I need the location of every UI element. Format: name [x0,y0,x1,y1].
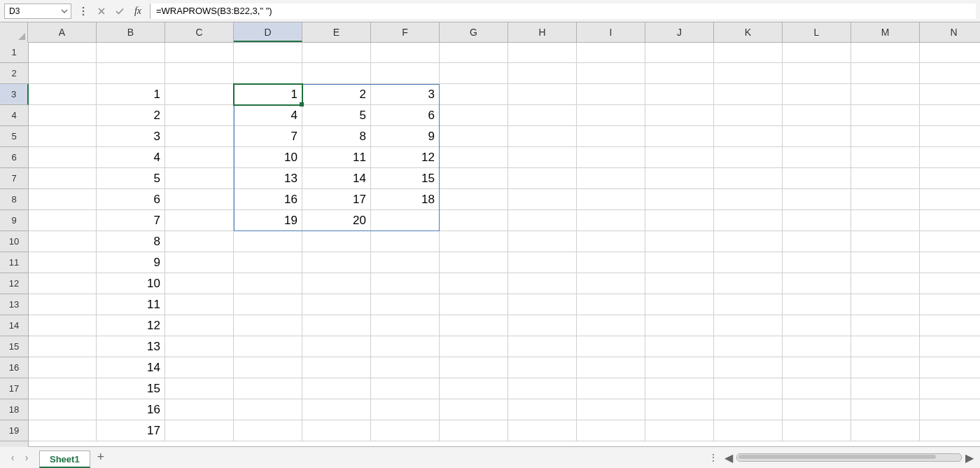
cell-J1[interactable] [645,42,714,63]
cell-L9[interactable] [783,210,851,231]
cell-N6[interactable] [920,147,980,168]
cell-C19[interactable] [165,420,234,441]
cell-D6[interactable]: 10 [234,147,302,168]
cell-B13[interactable]: 11 [97,294,165,315]
cell-G15[interactable] [440,336,508,357]
menu-dots-icon[interactable] [77,5,90,18]
column-header-L[interactable]: L [783,22,851,42]
cell-C6[interactable] [165,147,234,168]
cell-K5[interactable] [714,126,783,147]
row-header-6[interactable]: 6 [0,147,28,168]
cell-N12[interactable] [920,273,980,294]
cell-J7[interactable] [645,168,714,189]
cell-B7[interactable]: 5 [97,168,165,189]
cell-A6[interactable] [28,147,97,168]
row-header-11[interactable]: 11 [0,252,28,273]
cell-H10[interactable] [508,231,577,252]
cell-E11[interactable] [302,252,371,273]
column-header-D[interactable]: D [234,22,302,42]
cell-D16[interactable] [234,357,302,378]
cell-N11[interactable] [920,252,980,273]
cell-N13[interactable] [920,294,980,315]
cell-L10[interactable] [783,231,851,252]
add-sheet-button[interactable]: + [90,447,111,468]
cell-J19[interactable] [645,420,714,441]
cell-F17[interactable] [371,378,440,399]
scroll-right-arrow[interactable]: ▶ [965,451,974,464]
cell-N10[interactable] [920,231,980,252]
cell-E18[interactable] [302,399,371,420]
cell-J12[interactable] [645,273,714,294]
cell-I15[interactable] [577,336,645,357]
cell-H13[interactable] [508,294,577,315]
cell-L14[interactable] [783,315,851,336]
cell-D8[interactable]: 16 [234,189,302,210]
cell-B19[interactable]: 17 [97,420,165,441]
cell-L7[interactable] [783,168,851,189]
cell-M15[interactable] [851,336,920,357]
cell-F18[interactable] [371,399,440,420]
cell-A4[interactable] [28,105,97,126]
cell-K1[interactable] [714,42,783,63]
cell-I14[interactable] [577,315,645,336]
cell-F5[interactable]: 9 [371,126,440,147]
cell-L12[interactable] [783,273,851,294]
row-header-5[interactable]: 5 [0,126,28,147]
cell-L8[interactable] [783,189,851,210]
column-header-H[interactable]: H [508,22,577,42]
cell-J17[interactable] [645,378,714,399]
cell-F3[interactable]: 3 [371,84,440,105]
cell-K7[interactable] [714,168,783,189]
cell-F16[interactable] [371,357,440,378]
cell-E8[interactable]: 17 [302,189,371,210]
cell-H16[interactable] [508,357,577,378]
cell-N16[interactable] [920,357,980,378]
cell-K19[interactable] [714,420,783,441]
cell-F19[interactable] [371,420,440,441]
cell-I4[interactable] [577,105,645,126]
cell-H4[interactable] [508,105,577,126]
cell-K2[interactable] [714,63,783,84]
row-header-12[interactable]: 12 [0,273,28,294]
cell-J15[interactable] [645,336,714,357]
cell-D15[interactable] [234,336,302,357]
cell-D18[interactable] [234,399,302,420]
cell-F1[interactable] [371,42,440,63]
cell-I6[interactable] [577,147,645,168]
cell-D9[interactable]: 19 [234,210,302,231]
cell-B16[interactable]: 14 [97,357,165,378]
cell-L4[interactable] [783,105,851,126]
cell-G19[interactable] [440,420,508,441]
cell-L15[interactable] [783,336,851,357]
cell-C2[interactable] [165,63,234,84]
row-header-15[interactable]: 15 [0,336,28,357]
cell-G5[interactable] [440,126,508,147]
cell-B10[interactable]: 8 [97,231,165,252]
cell-A10[interactable] [28,231,97,252]
cell-B12[interactable]: 10 [97,273,165,294]
cell-E9[interactable]: 20 [302,210,371,231]
cell-A12[interactable] [28,273,97,294]
cell-K12[interactable] [714,273,783,294]
cell-F13[interactable] [371,294,440,315]
column-header-I[interactable]: I [577,22,645,42]
cell-N17[interactable] [920,378,980,399]
cell-M13[interactable] [851,294,920,315]
cell-B17[interactable]: 15 [97,378,165,399]
cell-N4[interactable] [920,105,980,126]
row-header-14[interactable]: 14 [0,315,28,336]
cell-C1[interactable] [165,42,234,63]
cell-C15[interactable] [165,336,234,357]
cell-N18[interactable] [920,399,980,420]
cell-M8[interactable] [851,189,920,210]
cell-A8[interactable] [28,189,97,210]
row-header-9[interactable]: 9 [0,210,28,231]
cell-L1[interactable] [783,42,851,63]
column-header-C[interactable]: C [165,22,234,42]
cell-I13[interactable] [577,294,645,315]
cell-M16[interactable] [851,357,920,378]
row-header-13[interactable]: 13 [0,294,28,315]
cell-E19[interactable] [302,420,371,441]
cell-G17[interactable] [440,378,508,399]
cell-D3[interactable]: 1 [234,84,302,105]
